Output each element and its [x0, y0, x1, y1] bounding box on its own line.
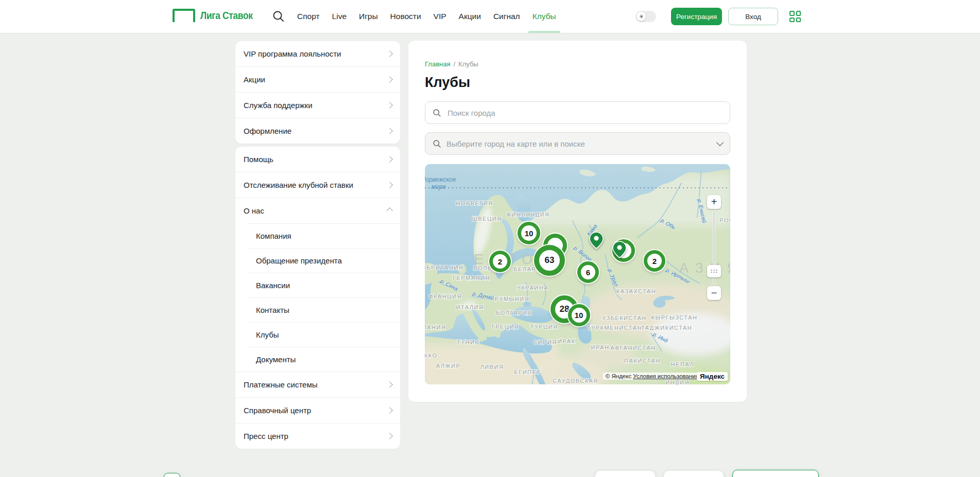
sun-icon: ✳ — [637, 12, 646, 21]
map-attribution: © Яндекс Условия использования — [603, 373, 701, 380]
nav-item-Новости[interactable]: Новости — [390, 0, 421, 33]
search-icon — [433, 109, 441, 117]
sidebar-item-Отслеживание клубной ставки[interactable]: Отслеживание клубной ставки — [235, 172, 400, 198]
sidebar-item-О нас[interactable]: О нас — [235, 198, 400, 223]
city-search-input[interactable] — [446, 108, 723, 118]
attribution-text: © Яндекс — [606, 373, 631, 379]
sidebar-item-Компания[interactable]: Компания — [235, 223, 400, 248]
nav-item-Игры[interactable]: Игры — [359, 0, 378, 33]
clubs-panel: Главная / Клубы Клубы Выберите город на … — [408, 41, 747, 402]
sidebar-item-Служба поддержки[interactable]: Служба поддержки — [235, 92, 400, 118]
floating-button-1[interactable] — [595, 471, 655, 477]
sidebar-item-Платежные системы[interactable]: Платежные системы — [235, 372, 400, 397]
theme-toggle[interactable]: ✳ — [635, 11, 656, 22]
logo[interactable]: Лига Ставок — [173, 9, 260, 22]
chevron-right-icon — [386, 381, 393, 388]
breadcrumb-separator: / — [453, 60, 455, 68]
sidebar-item-label: Контакты — [256, 306, 289, 314]
sidebar-item-label: Документы — [256, 355, 296, 364]
nav-item-VIP[interactable]: VIP — [434, 0, 446, 33]
sidebar-item-label: VIP программа лояльности — [244, 49, 341, 58]
map-cluster-10[interactable]: 10 — [568, 304, 590, 326]
nav-item-Live[interactable]: Live — [332, 0, 347, 33]
map-cluster-63[interactable]: 63 — [534, 245, 565, 276]
sidebar-item-label: Помощь — [244, 155, 273, 164]
chevron-right-icon — [386, 50, 393, 57]
breadcrumb-home-link[interactable]: Главная — [425, 60, 450, 68]
chevron-right-icon — [386, 128, 393, 134]
sidebar-item-Клубы[interactable]: Клубы — [235, 322, 400, 347]
login-button[interactable]: Вход — [728, 8, 778, 25]
grip-dots-icon — [710, 269, 718, 273]
register-button[interactable]: Регистрация — [671, 8, 722, 25]
sidebar-item-Оформление[interactable]: Оформление — [235, 118, 400, 144]
sidebar-item-Обращение президента[interactable]: Обращение президента — [235, 248, 400, 273]
sidebar-item-label: Справочный центр — [244, 406, 311, 415]
sidebar-item-label: Отслеживание клубной ставки — [244, 181, 353, 189]
floating-button-left[interactable] — [164, 473, 180, 477]
map-pin[interactable] — [589, 232, 604, 251]
floating-button-2[interactable] — [664, 471, 724, 477]
map-cluster-6[interactable]: 6 — [577, 261, 599, 283]
sidebar-item-Документы[interactable]: Документы — [235, 347, 400, 372]
search-icon[interactable] — [272, 10, 285, 23]
chevron-right-icon — [386, 407, 393, 414]
sidebar-item-VIP программа лояльности[interactable]: VIP программа лояльности — [235, 41, 400, 66]
clubs-map[interactable]: ЕВРОПААЗИЯНОРВЕГИЯШВЕЦИЯФИНЛЯНДИЯВЕЛИКОБ… — [425, 164, 730, 384]
city-search-field — [425, 101, 730, 124]
main-nav: СпортLiveИгрыНовостиVIPАкцииСигналКлубы — [297, 0, 556, 33]
chevron-right-icon — [386, 433, 393, 439]
chevron-up-icon — [386, 207, 393, 214]
map-pin[interactable] — [612, 241, 627, 260]
sidebar: VIP программа лояльностиАкцииСлужба подд… — [235, 41, 400, 449]
sidebar-item-label: Обращение президента — [256, 256, 342, 265]
nav-item-Акции[interactable]: Акции — [459, 0, 481, 33]
page: Лига Ставок СпортLiveИгрыНовостиVIPАкции… — [0, 0, 980, 477]
sidebar-item-Помощь[interactable]: Помощь — [235, 147, 400, 172]
chevron-right-icon — [386, 156, 393, 163]
chevron-right-icon — [386, 76, 393, 83]
sidebar-item-label: О нас — [244, 206, 264, 215]
sidebar-item-Справочный центр[interactable]: Справочный центр — [235, 397, 400, 423]
chevron-right-icon — [386, 182, 393, 188]
nav-item-Спорт[interactable]: Спорт — [297, 0, 320, 33]
breadcrumb-current: Клубы — [458, 60, 478, 68]
zoom-slider-handle[interactable] — [707, 265, 721, 277]
chevron-down-icon — [716, 138, 724, 146]
sidebar-item-Акции[interactable]: Акции — [235, 66, 400, 92]
breadcrumb: Главная / Клубы — [425, 60, 730, 68]
yandex-logo[interactable]: Яндекс — [697, 372, 728, 381]
sidebar-item-label: Клубы — [256, 330, 279, 339]
zoom-in-button[interactable]: + — [707, 195, 721, 209]
sidebar-item-label: Акции — [244, 75, 265, 84]
city-select[interactable]: Выберите город на карте или в поиске — [425, 132, 730, 155]
nav-item-Сигнал[interactable]: Сигнал — [493, 0, 520, 33]
map-cluster-10[interactable]: 10 — [518, 222, 540, 244]
sidebar-item-label: Вакансии — [256, 281, 290, 290]
sidebar-item-Вакансии[interactable]: Вакансии — [235, 273, 400, 297]
sidebar-group: ПомощьОтслеживание клубной ставкиО насКо… — [235, 147, 400, 449]
goal-icon — [173, 9, 195, 22]
sidebar-item-Пресс центр[interactable]: Пресс центр — [235, 423, 400, 449]
sidebar-item-label: Компания — [256, 232, 291, 240]
map-cluster-2[interactable]: 2 — [644, 250, 665, 272]
terms-link[interactable]: Условия использования — [633, 373, 699, 379]
sidebar-item-label: Пресс центр — [244, 432, 288, 440]
map-cluster-2[interactable]: 2 — [489, 251, 511, 272]
sidebar-item-label: Служба поддержки — [244, 101, 313, 110]
zoom-out-button[interactable]: − — [707, 286, 721, 300]
logo-text: Лига Ставок — [200, 9, 253, 22]
sidebar-group: VIP программа лояльностиАкцииСлужба подд… — [235, 41, 400, 144]
search-icon — [433, 139, 441, 148]
page-title: Клубы — [425, 75, 730, 91]
apps-grid-icon[interactable] — [789, 11, 801, 22]
nav-item-Клубы[interactable]: Клубы — [532, 0, 556, 33]
header: Лига Ставок СпортLiveИгрыНовостиVIPАкции… — [0, 0, 980, 33]
chevron-right-icon — [386, 102, 393, 109]
sidebar-item-label: Оформление — [244, 127, 291, 135]
city-select-placeholder: Выберите город на карте или в поиске — [446, 139, 712, 148]
map-markers-layer: 10263622810 — [425, 164, 730, 384]
sidebar-item-label: Платежные системы — [244, 380, 318, 389]
sidebar-item-Контакты[interactable]: Контакты — [235, 297, 400, 322]
floating-button-3[interactable] — [732, 470, 819, 477]
